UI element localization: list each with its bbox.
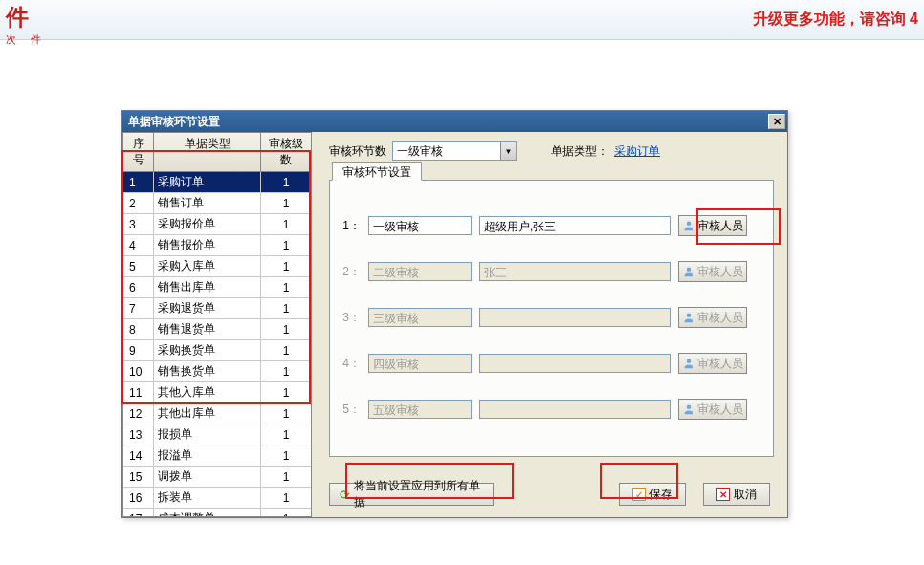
cell-level: 1 <box>261 424 311 445</box>
cell-num: 10 <box>123 361 154 381</box>
level-name-input: 五级审核 <box>368 400 472 419</box>
save-label: 保存 <box>649 487 672 503</box>
close-button[interactable]: ✕ <box>768 114 785 129</box>
cell-type: 采购退货单 <box>154 298 261 318</box>
level-index: 5： <box>340 402 361 418</box>
cell-type: 其他入库单 <box>154 382 261 402</box>
level-person-input <box>479 400 671 419</box>
col-header-level[interactable]: 审核级数 <box>261 133 311 171</box>
cell-type: 销售退货单 <box>154 319 261 339</box>
table-row[interactable]: 6销售出库单1 <box>123 277 311 298</box>
chevron-down-icon: ▼ <box>500 142 516 160</box>
cell-type: 拆装单 <box>154 488 261 508</box>
level-name-input: 二级审核 <box>368 262 472 281</box>
audit-level-row: 2：二级审核张三审核人员 <box>340 261 763 282</box>
level-name-input[interactable]: 一级审核 <box>368 216 472 235</box>
level-index: 1： <box>340 218 361 234</box>
cell-level: 1 <box>261 382 311 402</box>
cell-num: 17 <box>123 509 154 516</box>
table-row[interactable]: 1采购订单1 <box>123 172 311 193</box>
cancel-label: 取消 <box>734 487 757 503</box>
user-icon <box>683 266 694 277</box>
select-person-button[interactable]: 审核人员 <box>678 215 747 236</box>
cell-num: 11 <box>123 382 154 402</box>
table-row[interactable]: 17成本调整单1 <box>123 509 311 516</box>
save-button[interactable]: ✓ 保存 <box>619 483 686 506</box>
table-row[interactable]: 14报溢单1 <box>123 445 311 467</box>
cell-type: 采购报价单 <box>154 214 261 234</box>
person-btn-label: 审核人员 <box>697 402 743 418</box>
level-person-input <box>479 354 671 373</box>
apply-all-button[interactable]: ⟳ 将当前设置应用到所有单据 <box>329 483 494 506</box>
cell-type: 销售报价单 <box>154 235 261 255</box>
table-row[interactable]: 10销售换货单1 <box>123 361 311 382</box>
cell-type: 报损单 <box>154 424 261 445</box>
table-row[interactable]: 11其他入库单1 <box>123 382 311 403</box>
cell-level: 1 <box>261 488 311 508</box>
col-header-num[interactable]: 序号 <box>123 133 154 171</box>
table-row[interactable]: 16拆装单1 <box>123 488 311 509</box>
cell-type: 采购订单 <box>154 172 261 192</box>
table-row[interactable]: 15调拨单1 <box>123 467 311 488</box>
level-count-combo[interactable]: 一级审核 ▼ <box>392 141 517 161</box>
table-row[interactable]: 4销售报价单1 <box>123 235 311 256</box>
cell-type: 销售出库单 <box>154 277 261 297</box>
audit-level-row: 1：一级审核超级用户,张三审核人员 <box>340 215 763 236</box>
logo-main: 件 <box>6 2 47 33</box>
table-row[interactable]: 2销售订单1 <box>123 193 311 214</box>
person-btn-label: 审核人员 <box>697 356 743 372</box>
apply-all-label: 将当前设置应用到所有单据 <box>354 478 483 511</box>
cell-num: 5 <box>123 256 154 276</box>
svg-point-4 <box>686 405 691 410</box>
table-row[interactable]: 9采购换货单1 <box>123 340 311 361</box>
audit-level-row: 4：四级审核审核人员 <box>340 353 763 374</box>
cell-level: 1 <box>261 277 311 297</box>
cell-num: 4 <box>123 235 154 255</box>
select-person-button: 审核人员 <box>678 261 747 282</box>
table-row[interactable]: 3采购报价单1 <box>123 214 311 235</box>
cell-num: 9 <box>123 340 154 360</box>
level-count-value: 一级审核 <box>397 143 443 160</box>
cell-num: 1 <box>123 172 154 192</box>
cell-level: 1 <box>261 193 311 213</box>
user-icon <box>683 403 694 415</box>
cell-num: 3 <box>123 214 154 234</box>
table-header: 序号 单据类型 审核级数 <box>123 133 311 172</box>
cancel-button[interactable]: ✕ 取消 <box>703 483 770 506</box>
col-header-type[interactable]: 单据类型 <box>154 133 261 171</box>
cell-type: 成本调整单 <box>154 509 261 516</box>
cell-num: 16 <box>123 488 154 508</box>
doc-type-link[interactable]: 采购订单 <box>614 143 660 160</box>
table-row[interactable]: 5采购入库单1 <box>123 256 311 277</box>
table-row[interactable]: 8销售退货单1 <box>123 319 311 340</box>
person-btn-label: 审核人员 <box>697 264 743 280</box>
cell-num: 8 <box>123 319 154 339</box>
cell-num: 2 <box>123 193 154 213</box>
bottom-button-row: ⟳ 将当前设置应用到所有单据 ✓ 保存 ✕ 取消 <box>329 483 770 506</box>
document-type-table: 序号 单据类型 审核级数 1采购订单12销售订单13采购报价单14销售报价单15… <box>122 132 312 517</box>
cell-type: 销售订单 <box>154 193 261 213</box>
doc-type-label: 单据类型： <box>551 143 608 160</box>
tab-container: 审核环节设置 1：一级审核超级用户,张三审核人员2：二级审核张三审核人员3：三级… <box>329 180 774 457</box>
banner-promo-text: 升级更多功能，请咨询 4 <box>753 2 918 30</box>
svg-point-1 <box>686 268 691 272</box>
table-row[interactable]: 13报损单1 <box>123 424 311 445</box>
cell-type: 报溢单 <box>154 445 261 466</box>
cell-num: 7 <box>123 298 154 318</box>
person-btn-label: 审核人员 <box>697 218 743 234</box>
select-person-button: 审核人员 <box>678 399 747 420</box>
cell-num: 14 <box>123 445 154 466</box>
cell-type: 采购换货单 <box>154 340 261 360</box>
level-person-input[interactable]: 超级用户,张三 <box>479 216 671 235</box>
cell-num: 12 <box>123 403 154 424</box>
dialog-titlebar[interactable]: 单据审核环节设置 ✕ <box>122 111 787 132</box>
cell-type: 采购入库单 <box>154 256 261 276</box>
cell-num: 13 <box>123 424 154 445</box>
cell-level: 1 <box>261 256 311 276</box>
table-row[interactable]: 7采购退货单1 <box>123 298 311 319</box>
level-person-input <box>479 308 671 327</box>
tab-audit-settings[interactable]: 审核环节设置 <box>332 162 422 181</box>
table-row[interactable]: 12其他出库单1 <box>123 403 311 424</box>
audit-level-row: 3：三级审核审核人员 <box>340 307 763 328</box>
audit-level-row: 5：五级审核审核人员 <box>340 399 763 420</box>
